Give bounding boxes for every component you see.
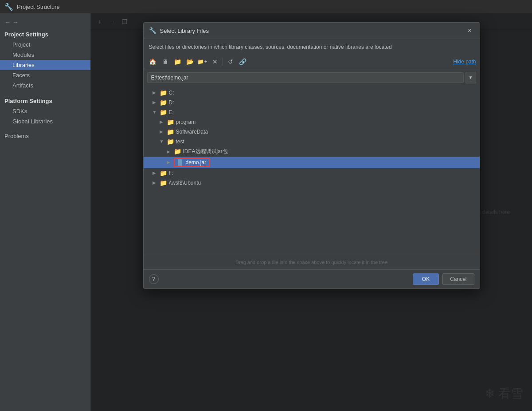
dialog-toolbar: 🏠 🖥 📁 📂 📁+ ✕ ↺ 🔗 Hide path (144, 55, 480, 69)
desktop-button[interactable]: 🖥 (160, 56, 171, 67)
folder-icon: 📁 (167, 138, 174, 145)
sidebar-item-modules[interactable]: Modules (0, 50, 90, 60)
tree-item-label: IDEA远程调试jar包 (183, 148, 228, 155)
folder-up-button[interactable]: 📂 (184, 56, 196, 67)
home-button[interactable]: 🏠 (147, 56, 159, 67)
sidebar: ← → Project Settings Project Modules Lib… (0, 13, 91, 411)
jar-icon: ▐▌ (176, 159, 184, 166)
folder-icon: 📁 (167, 128, 174, 135)
dialog-icon: 🔧 (149, 27, 156, 34)
path-input[interactable] (147, 72, 464, 83)
project-settings-header: Project Settings (0, 28, 90, 40)
sidebar-item-problems[interactable]: Problems (0, 130, 90, 142)
path-dropdown-button[interactable]: ▼ (466, 72, 476, 83)
toolbar-separator (223, 58, 223, 66)
hide-path-link[interactable]: Hide path (453, 59, 476, 65)
tree-item-idea[interactable]: ▶ 📁 IDEA远程调试jar包 (144, 146, 480, 157)
tree-item-label: F: (169, 170, 174, 176)
sidebar-item-project[interactable]: Project (0, 40, 90, 50)
tree-item-label: E: (169, 109, 174, 115)
tree-item-program[interactable]: ▶ 📁 program (144, 117, 480, 127)
content-area: + − ❐ dit its details here 🔧 Select Libr… (91, 13, 532, 411)
sidebar-item-sdks[interactable]: SDKs (0, 106, 90, 116)
file-tree[interactable]: ▶ 📁 C: ▶ 📁 D: ▼ 📁 E: (144, 86, 480, 255)
dialog-close-button[interactable]: × (466, 26, 474, 35)
sidebar-item-facets[interactable]: Facets (0, 70, 90, 80)
chevron-expanded-icon: ▼ (153, 110, 158, 115)
tree-item-softwaredata[interactable]: ▶ 📁 SoftwareData (144, 127, 480, 137)
tree-item-label: SoftwareData (176, 129, 208, 135)
folder-icon: 📁 (160, 179, 167, 186)
app-title: Project Structure (17, 4, 60, 10)
tree-item-label: C: (169, 90, 174, 96)
path-row: ▼ (144, 69, 480, 86)
sidebar-item-libraries[interactable]: Libraries (0, 60, 90, 70)
select-library-files-dialog: 🔧 Select Library Files × Select files or… (143, 22, 480, 289)
tree-item-label: demo.jar (186, 159, 207, 166)
nav-row: ← → (0, 17, 90, 28)
tree-item-wsl[interactable]: ▶ 📁 \\wsl$\Ubuntu (144, 178, 480, 188)
footer-buttons: OK Cancel (413, 273, 474, 285)
tree-item-label: test (176, 138, 184, 145)
folder-icon: 📁 (160, 99, 167, 106)
nav-forward-button[interactable]: → (12, 19, 19, 26)
title-bar: 🔧 Project Structure (0, 0, 532, 13)
demo-jar-row: ▐▌ demo.jar (174, 158, 476, 167)
dialog-title-left: 🔧 Select Library Files (149, 27, 209, 34)
app-icon: 🔧 (4, 3, 13, 11)
help-button[interactable]: ? (149, 274, 159, 284)
dialog-description: Select files or directories in which lib… (144, 39, 480, 55)
chevron-icon: ▶ (153, 100, 158, 105)
dialog-footer: ? OK Cancel (144, 269, 480, 288)
new-folder-button[interactable]: 📁+ (197, 56, 208, 67)
tree-item-e[interactable]: ▼ 📁 E: (144, 107, 480, 117)
tree-item-label: D: (169, 99, 174, 106)
chevron-expanded-icon: ▼ (160, 139, 165, 144)
folder-icon: 📁 (160, 109, 167, 116)
dialog-title: Select Library Files (160, 28, 209, 34)
drag-hint: Drag and drop a file into the space abov… (144, 255, 480, 269)
folder-icon: 📁 (174, 148, 181, 155)
tree-item-label: program (176, 119, 196, 125)
folder-button[interactable]: 📁 (172, 56, 184, 67)
modal-overlay: 🔧 Select Library Files × Select files or… (91, 13, 532, 411)
refresh-button[interactable]: ↺ (225, 56, 236, 67)
folder-icon: 📁 (167, 119, 174, 126)
tree-item-demojar[interactable]: ▶ ▐▌ demo.jar (144, 157, 480, 168)
chevron-icon: ▶ (160, 129, 165, 134)
platform-settings-header: Platform Settings (0, 94, 90, 106)
sidebar-item-global-libraries[interactable]: Global Libraries (0, 116, 90, 126)
tree-item-c[interactable]: ▶ 📁 C: (144, 88, 480, 98)
tree-item-test[interactable]: ▼ 📁 test (144, 137, 480, 146)
sidebar-item-artifacts[interactable]: Artifacts (0, 80, 90, 91)
link-button[interactable]: 🔗 (237, 56, 249, 67)
main-layout: ← → Project Settings Project Modules Lib… (0, 13, 532, 411)
delete-button[interactable]: ✕ (209, 56, 221, 67)
cancel-button[interactable]: Cancel (442, 273, 474, 285)
folder-icon: 📁 (160, 89, 167, 96)
chevron-icon: ▶ (167, 149, 172, 154)
chevron-icon: ▶ (153, 90, 158, 95)
tree-item-label: \\wsl$\Ubuntu (169, 180, 201, 186)
demo-jar-highlight: ▐▌ demo.jar (174, 158, 210, 167)
chevron-icon: ▶ (167, 160, 172, 165)
chevron-icon: ▶ (153, 170, 158, 175)
chevron-icon: ▶ (160, 119, 165, 124)
tree-item-f[interactable]: ▶ 📁 F: (144, 168, 480, 178)
nav-back-button[interactable]: ← (4, 19, 11, 26)
tree-item-d[interactable]: ▶ 📁 D: (144, 98, 480, 107)
chevron-icon: ▶ (153, 180, 158, 185)
folder-icon: 📁 (160, 170, 167, 177)
dialog-title-bar: 🔧 Select Library Files × (144, 23, 480, 39)
ok-button[interactable]: OK (413, 273, 439, 285)
